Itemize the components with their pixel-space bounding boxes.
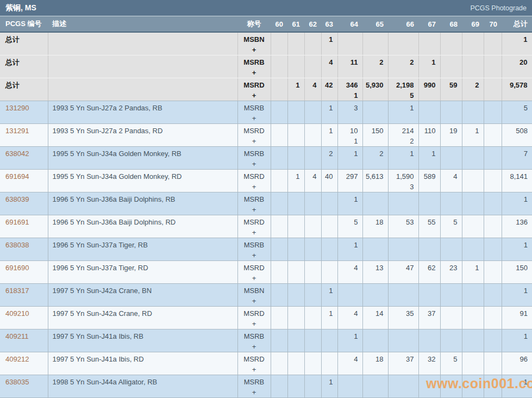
grade-count-cell: [271, 32, 287, 55]
grade-plus-count-value: [305, 297, 317, 306]
grade-count-cell: [440, 375, 462, 397]
grade-plus-count-value: [322, 69, 333, 77]
grade-plus-count-value: [322, 365, 333, 374]
grade-count-value: [305, 378, 317, 387]
grade-plus-count-value: [338, 114, 358, 123]
table-row: 6916941995 5 Yn Sun-J34a Golden Monkey, …: [0, 169, 532, 192]
grade-count-cell: [304, 55, 321, 78]
grade-count-cell: [440, 283, 462, 306]
grade-plus-count-value: [419, 206, 436, 214]
grade-plus-count-value: [462, 320, 479, 328]
grade-count-value: [363, 378, 384, 387]
grade-count-cell: [271, 78, 287, 101]
grade-plus-count-value: [462, 343, 479, 351]
description-cell: [48, 55, 237, 78]
grade-count-value: 37: [419, 309, 436, 318]
grade-count-value: [322, 264, 333, 272]
grade-count-value: [305, 150, 317, 158]
grade-count-cell: [484, 329, 502, 352]
grade-count-value: 1: [322, 104, 333, 113]
row-total-value: 1: [502, 241, 528, 250]
row-total-cell: 1: [502, 283, 532, 306]
pcgs-number-link[interactable]: 691691: [5, 218, 29, 226]
pcgs-number-link[interactable]: 618317: [5, 287, 29, 295]
grade-count-cell: [304, 283, 321, 306]
grade-count-value: 14: [363, 309, 384, 318]
grade-count-cell: [287, 101, 304, 123]
grade-count-value: 1: [462, 264, 479, 272]
grade-plus-count-value: [389, 69, 414, 77]
row-total-plus-value: [502, 206, 528, 214]
pcgs-number-link[interactable]: 638039: [5, 195, 29, 203]
grade-count-cell: [440, 238, 462, 260]
row-total-plus-value: [502, 343, 528, 351]
total-row-label: 总计: [5, 58, 20, 66]
pcgs-number-link[interactable]: 691690: [5, 264, 29, 272]
grade-plus-count-value: [322, 183, 333, 191]
grade-count-cell: [462, 352, 484, 375]
row-total-plus-value: [502, 274, 528, 283]
grade-count-value: 4: [338, 264, 358, 272]
pcgs-number-link[interactable]: 131290: [5, 104, 29, 112]
grade-count-value: 1: [462, 127, 479, 135]
pcgs-number-link[interactable]: 638035: [5, 378, 29, 386]
row-total-cell: 96: [502, 352, 532, 375]
population-table: PCGS 编号描述称号6061626364656667686970总计 总计MS…: [0, 16, 532, 398]
grade-count-cell: [271, 192, 287, 215]
grade-count-cell: 5: [440, 215, 462, 238]
row-total-plus-value: [502, 114, 528, 123]
grade-count-value: 4: [305, 172, 317, 181]
grade-count-value: [271, 195, 283, 204]
grade-count-value: [389, 287, 414, 295]
grade-count-cell: 13: [362, 260, 388, 283]
grade-plus-count-value: [322, 388, 333, 397]
pcgs-number-link[interactable]: 409211: [5, 332, 28, 340]
designation-cell: MSRD+: [237, 215, 271, 238]
designation-cell: MSBN+: [237, 283, 271, 306]
description-cell: 1998 5 Yn Sun-J44a Alligator, RB: [48, 375, 237, 397]
grade-count-value: 1: [322, 309, 333, 318]
grade-plus-count-value: [441, 274, 458, 283]
pcgs-number-link[interactable]: 638038: [5, 241, 29, 249]
grade-count-value: 2: [363, 58, 384, 67]
pcgs-number-link[interactable]: 409212: [5, 355, 29, 363]
coin-description: 1997 5 Yn Sun-J42a Crane, RD: [53, 309, 152, 318]
grade-count-value: [271, 355, 283, 364]
grade-count-cell: 37: [388, 352, 418, 375]
grade-count-value: [338, 287, 358, 295]
grade-count-value: 5,613: [363, 172, 384, 181]
pcgs-photograde-link[interactable]: PCGS Photograde: [470, 4, 527, 12]
grade-plus-count-value: [271, 251, 283, 260]
pcgs-number-link[interactable]: 691694: [5, 172, 29, 181]
coin-description: 1996 5 Yn Sun-J36a Baiji Dolphins, RD: [53, 218, 176, 226]
pcgs-number-link[interactable]: 409210: [5, 309, 29, 318]
grade-count-value: [271, 150, 283, 158]
designation-plus: +: [238, 251, 271, 260]
grade-plus-count-value: [484, 251, 497, 260]
designation-plus: +: [238, 343, 271, 351]
grade-count-cell: [271, 306, 287, 329]
grade-count-value: [484, 378, 497, 387]
grade-count-value: [363, 241, 384, 250]
grade-count-value: 346: [338, 81, 358, 90]
grade-plus-count-value: [288, 365, 300, 374]
row-total-value: 1: [502, 378, 528, 387]
grade-plus-count-value: [484, 343, 497, 351]
grade-count-value: [484, 58, 497, 67]
pcgs-number-link[interactable]: 131291: [5, 127, 29, 135]
grade-count-cell: 40: [321, 169, 337, 192]
grade-count-cell: [462, 283, 484, 306]
grade-plus-count-value: [338, 69, 358, 77]
row-total-value: 91: [502, 309, 528, 318]
grade-count-cell: [440, 146, 462, 169]
row-total-value: 508: [502, 127, 528, 135]
grade-plus-count-value: [419, 365, 436, 374]
grade-count-cell: 1: [287, 78, 304, 101]
grade-count-value: [484, 104, 497, 113]
grade-count-value: [305, 127, 317, 135]
grade-count-cell: [484, 260, 502, 283]
grade-count-cell: 1: [462, 123, 484, 146]
grade-count-cell: 1: [287, 169, 304, 192]
column-header-69: 69: [462, 16, 484, 32]
pcgs-number-link[interactable]: 638042: [5, 150, 29, 158]
